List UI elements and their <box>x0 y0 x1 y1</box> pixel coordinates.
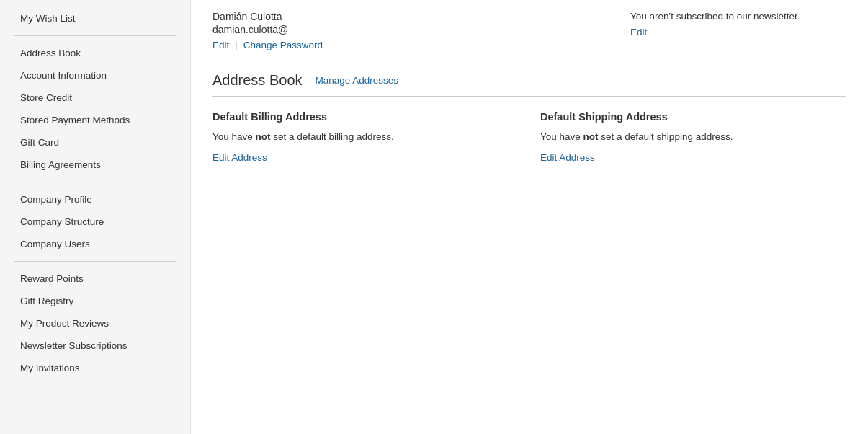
change-password-link[interactable]: Change Password <box>243 40 323 50</box>
sidebar: My Wish List Address Book Account Inform… <box>0 0 191 434</box>
sidebar-item-billing-agreements[interactable]: Billing Agreements <box>0 154 190 176</box>
shipping-address-column: Default Shipping Address You have not se… <box>540 111 846 163</box>
sidebar-item-stored-payment-methods[interactable]: Stored Payment Methods <box>0 109 190 131</box>
sidebar-item-my-invitations[interactable]: My Invitations <box>0 357 190 379</box>
contact-block: Damián Culotta damian.culotta@ Edit | Ch… <box>212 11 846 50</box>
address-book-divider <box>212 96 846 97</box>
sidebar-item-gift-registry[interactable]: Gift Registry <box>0 290 190 312</box>
edit-shipping-address-link[interactable]: Edit Address <box>540 152 595 163</box>
sidebar-item-gift-card[interactable]: Gift Card <box>0 131 190 154</box>
sidebar-divider-3 <box>14 261 176 262</box>
main-content: Damián Culotta damian.culotta@ Edit | Ch… <box>191 0 868 434</box>
sidebar-item-reward-points[interactable]: Reward Points <box>0 267 190 290</box>
sidebar-item-my-product-reviews[interactable]: My Product Reviews <box>0 312 190 335</box>
billing-not-bold: not <box>256 131 271 142</box>
contact-info-right: You aren't subscribed to our newsletter.… <box>630 11 846 50</box>
address-book-title: Address Book <box>212 72 303 89</box>
sidebar-item-company-users[interactable]: Company Users <box>0 233 190 255</box>
newsletter-edit-link[interactable]: Edit <box>630 27 647 37</box>
contact-info-left: Damián Culotta damian.culotta@ Edit | Ch… <box>212 11 323 50</box>
shipping-not-bold: not <box>583 131 599 142</box>
sidebar-item-account-information[interactable]: Account Information <box>0 64 190 87</box>
address-book-header: Address Book Manage Addresses <box>212 72 846 89</box>
shipping-address-title: Default Shipping Address <box>540 111 846 123</box>
sidebar-item-company-structure[interactable]: Company Structure <box>0 211 190 233</box>
shipping-not-set-text: You have not set a default shipping addr… <box>540 130 846 144</box>
billing-address-column: Default Billing Address You have not set… <box>212 111 519 163</box>
newsletter-status: You aren't subscribed to our newsletter. <box>630 11 846 22</box>
sidebar-item-newsletter-subscriptions[interactable]: Newsletter Subscriptions <box>0 335 190 357</box>
contact-actions: Edit | Change Password <box>212 40 323 50</box>
billing-not-set-text: You have not set a default billing addre… <box>212 130 519 144</box>
edit-billing-address-link[interactable]: Edit Address <box>212 152 267 163</box>
sidebar-divider-1 <box>14 35 176 36</box>
pipe-separator: | <box>235 40 237 50</box>
edit-contact-link[interactable]: Edit <box>212 40 229 50</box>
sidebar-item-my-wish-list[interactable]: My Wish List <box>0 7 190 30</box>
sidebar-item-store-credit[interactable]: Store Credit <box>0 87 190 109</box>
address-columns: Default Billing Address You have not set… <box>212 111 846 163</box>
manage-addresses-link[interactable]: Manage Addresses <box>316 75 399 86</box>
user-email: damian.culotta@ <box>212 24 323 35</box>
user-name: Damián Culotta <box>212 11 323 22</box>
sidebar-divider-2 <box>14 182 176 182</box>
sidebar-item-address-book[interactable]: Address Book <box>0 42 190 64</box>
sidebar-item-company-profile[interactable]: Company Profile <box>0 188 190 211</box>
billing-address-title: Default Billing Address <box>212 111 519 123</box>
